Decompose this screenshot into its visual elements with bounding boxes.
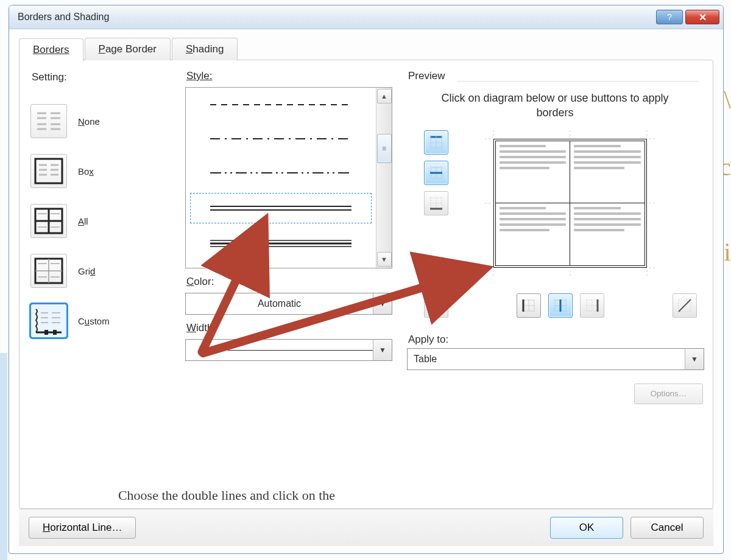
question-icon: ? [667,12,672,22]
border-left-button[interactable] [517,293,541,318]
help-button[interactable]: ? [656,10,683,24]
svg-rect-30 [44,330,48,335]
svg-line-78 [430,299,442,312]
style-item-dashed[interactable] [186,88,376,122]
tab-borders[interactable]: Borders [19,38,83,61]
setting-box-icon [30,154,67,188]
chevron-down-icon[interactable]: ▼ [373,293,392,314]
width-value: ½ pt [199,345,218,355]
style-item-dash-dot[interactable] [186,122,376,156]
svg-rect-31 [53,330,57,335]
chevron-down-icon[interactable]: ▼ [373,340,392,360]
width-label: Width: [186,322,392,334]
scroll-track[interactable] [377,105,392,251]
style-listbox[interactable]: ▲ ▼ [185,87,392,268]
preview-diagram[interactable] [485,130,655,276]
width-combo[interactable]: ½ pt ▼ [185,339,392,361]
setting-custom-icon [30,304,67,338]
setting-option-box[interactable]: Box [30,154,171,188]
scroll-down-icon[interactable]: ▼ [377,252,392,267]
setting-none-icon [30,104,67,138]
setting-option-none[interactable]: None [30,104,171,138]
horizontal-line-button[interactable]: Horizontal Line… [29,517,136,539]
dialog-title: Borders and Shading [18,12,654,23]
border-bottom-button[interactable] [424,191,448,215]
setting-option-custom[interactable]: Custom [30,304,171,338]
style-column: Style: [185,68,392,502]
close-button[interactable]: ✕ [685,10,719,24]
titlebar: Borders and Shading ? ✕ [9,5,723,29]
tab-shading[interactable]: Shading [172,38,238,60]
preview-label: Preview [407,68,703,86]
style-item-double[interactable] [188,191,373,225]
border-right-button[interactable] [580,293,604,318]
setting-column: Setting: None [30,68,171,502]
table-preview-icon[interactable] [493,139,647,268]
bg-decoration [0,353,7,560]
apply-to-block: Apply to: Table ▼ [407,334,703,370]
borders-tab-panel: Setting: None [19,60,713,509]
tab-strip: Borders Page Border Shading [19,38,713,60]
preview-hint: Click on diagram below or use buttons to… [431,91,679,121]
separator [457,81,698,82]
scroll-up-icon[interactable]: ▲ [377,89,392,103]
setting-option-grid[interactable]: Grid [30,254,171,288]
style-item-triple[interactable] [186,226,376,261]
width-sample-line-icon [228,350,373,351]
setting-label: Setting: [32,71,171,83]
dialog-footer: Horizontal Line… OK Cancel [19,509,713,546]
options-button: Options… [634,383,703,404]
svg-line-98 [679,299,691,312]
close-icon: ✕ [699,12,707,23]
borders-and-shading-dialog: Borders and Shading ? ✕ Borders Page Bor… [9,5,724,554]
horizontal-edge-buttons [407,293,697,318]
setting-option-all[interactable]: All [30,204,171,238]
border-diag-down-button[interactable] [424,293,448,318]
chevron-down-icon[interactable]: ▼ [685,349,704,369]
apply-to-combo[interactable]: Table ▼ [407,348,704,370]
style-item-dash-dot-dot[interactable] [186,156,376,190]
bg-decoration: i [724,237,731,267]
style-list-items [186,88,376,268]
bg-decoration: \ [724,85,731,114]
preview-column: Preview Click on diagram below or use bu… [407,68,703,502]
border-middle-h-button[interactable] [424,161,448,185]
apply-to-value: Table [408,354,685,365]
setting-grid-icon [30,254,67,288]
apply-to-label: Apply to: [408,334,703,346]
style-scrollbar[interactable]: ▲ ▼ [376,88,392,268]
scroll-thumb[interactable] [377,134,392,163]
cancel-button[interactable]: Cancel [630,517,704,539]
preview-area [424,130,703,276]
color-value: Automatic [186,298,373,309]
color-combo[interactable]: Automatic ▼ [185,293,392,315]
annotation-text: Choose the double lines and click on the… [111,486,342,509]
tab-page-border[interactable]: Page Border [85,38,171,60]
border-diag-up-button[interactable] [673,293,697,318]
style-label: Style: [186,70,392,82]
vertical-edge-buttons [424,130,448,215]
border-top-button[interactable] [424,130,448,155]
dialog-client-area: Borders Page Border Shading Setting: [9,29,723,553]
setting-all-icon [30,204,67,238]
svg-rect-8 [35,159,62,183]
border-middle-v-button[interactable] [548,293,573,318]
ok-button[interactable]: OK [550,517,623,539]
color-label: Color: [186,276,392,288]
